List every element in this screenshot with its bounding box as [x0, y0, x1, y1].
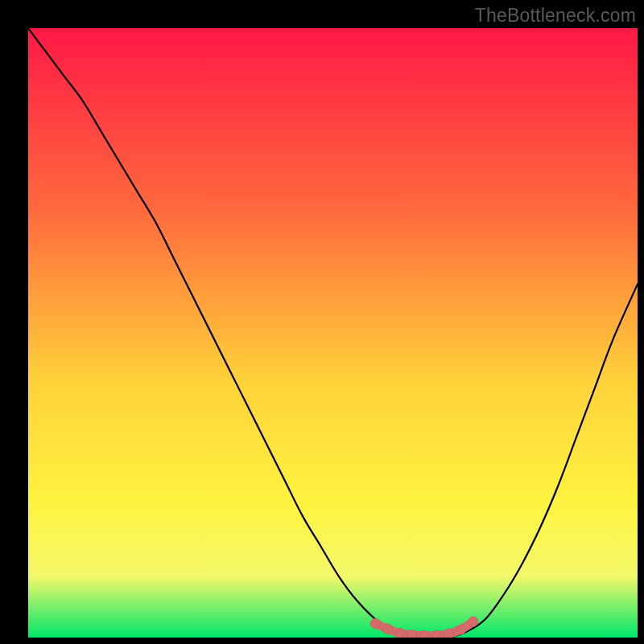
chart-marker-layer: [28, 28, 638, 638]
marker-dot: [395, 629, 405, 638]
marker-dot: [382, 624, 392, 634]
marker-dot: [468, 617, 477, 626]
marker-dot: [456, 625, 465, 634]
marker-dot: [370, 618, 380, 628]
watermark-text: TheBottleneck.com: [475, 5, 636, 27]
marker-dot: [407, 630, 417, 638]
marker-dot: [431, 631, 441, 638]
chart-frame: [27, 27, 638, 638]
marker-dot: [419, 631, 429, 638]
marker-dot: [444, 629, 453, 638]
marker-dots-group: [370, 617, 477, 638]
